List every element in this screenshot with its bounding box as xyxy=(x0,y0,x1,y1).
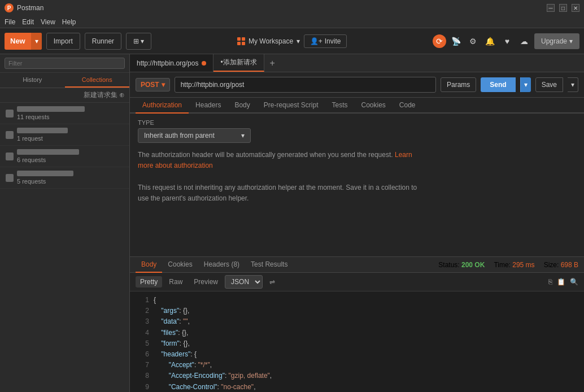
tab-authorization[interactable]: Authorization xyxy=(136,98,189,114)
resp-tab-headers[interactable]: Headers (8) xyxy=(198,257,245,273)
resp-tab-cookies[interactable]: Cookies xyxy=(162,257,198,273)
tab-history[interactable]: History xyxy=(0,73,65,88)
collection-item-2[interactable]: 1 request xyxy=(0,124,129,146)
save-button[interactable]: Save xyxy=(535,77,563,92)
save-arrow-button[interactable]: ▾ xyxy=(568,77,578,92)
wrap-icon[interactable]: ⇌ xyxy=(269,278,275,286)
request-tabs: http://httpbin.org/pos •添加新请求 + xyxy=(130,54,584,72)
code-line-6: 6 "headers": { xyxy=(136,349,578,360)
auth-type-select[interactable]: Inherit auth from parent ▾ xyxy=(138,128,251,143)
response-meta: Status: 200 OK Time: 295 ms Size: 698 B xyxy=(438,261,578,269)
code-content: 1{ 2 "args": {}, 3 "data": "", 4 "files"… xyxy=(130,291,584,392)
new-collection-label: 新建请求集 xyxy=(84,91,117,99)
auth-type-label: TYPE xyxy=(138,119,576,126)
code-line-9: 9 "Cache-Control": "no-cache", xyxy=(136,382,578,393)
filter-input[interactable] xyxy=(5,58,125,69)
tab-modified-dot xyxy=(202,61,206,66)
import-button[interactable]: Import xyxy=(46,33,80,50)
workspace-selector[interactable]: My Workspace ▾ xyxy=(237,37,300,45)
req-tab-new[interactable]: •添加新请求 xyxy=(213,54,264,72)
heart-icon[interactable]: ♥ xyxy=(500,34,514,48)
method-value: POST xyxy=(141,81,159,89)
collection-item-4[interactable]: 5 requests xyxy=(0,167,129,189)
capture-icon[interactable]: 📡 xyxy=(450,34,463,48)
auth-type-chevron: ▾ xyxy=(241,132,245,140)
method-select[interactable]: POST ▾ xyxy=(136,78,170,92)
tab-code[interactable]: Code xyxy=(393,98,422,114)
collection-name-1 xyxy=(17,106,85,112)
copy-btn[interactable]: 📋 xyxy=(557,278,565,286)
sidebar: History Collections 新建请求集 ⊕ 11 requests … xyxy=(0,54,130,392)
collection-info-4: 5 requests xyxy=(17,171,73,185)
auth-second-notice: This request is not inheriting any autho… xyxy=(138,184,417,202)
notification-icon[interactable]: 🔔 xyxy=(483,34,497,48)
response-toolbar: Pretty Raw Preview JSON ⇌ ⎘ 📋 🔍 xyxy=(130,273,584,291)
format-pretty-btn[interactable]: Pretty xyxy=(136,276,162,288)
url-input[interactable] xyxy=(175,77,436,93)
upgrade-label: Upgrade xyxy=(541,37,567,45)
collection-item-1[interactable]: 11 requests xyxy=(0,103,129,124)
titlebar-left: P Postman xyxy=(5,3,43,12)
tab-body[interactable]: Body xyxy=(228,98,256,114)
tab-collections[interactable]: Collections xyxy=(65,73,130,88)
invite-button[interactable]: 👤+ Invite xyxy=(304,34,347,48)
add-tab-button[interactable]: + xyxy=(264,54,281,72)
format-type-select[interactable]: JSON xyxy=(225,275,263,289)
req-tab-url[interactable]: http://httpbin.org/pos xyxy=(130,54,213,72)
format-raw-btn[interactable]: Raw xyxy=(164,276,187,288)
titlebar: P Postman ─ □ ✕ xyxy=(0,0,584,16)
send-button[interactable]: Send xyxy=(481,77,515,92)
main-layout: History Collections 新建请求集 ⊕ 11 requests … xyxy=(0,54,584,392)
toolbar-icons: ⟳ 📡 ⚙ 🔔 ♥ ☁ Upgrade ▾ xyxy=(433,33,579,49)
response-body-section: Pretty Raw Preview JSON ⇌ ⎘ 📋 🔍 1{ xyxy=(130,273,584,392)
upgrade-button[interactable]: Upgrade ▾ xyxy=(534,33,579,49)
collection-icon-3 xyxy=(6,153,14,160)
maximize-button[interactable]: □ xyxy=(559,4,567,12)
resp-tab-testresults[interactable]: Test Results xyxy=(245,257,293,273)
collection-item-3[interactable]: 6 requests xyxy=(0,146,129,167)
format-preview-btn[interactable]: Preview xyxy=(189,276,223,288)
tab-pre-request[interactable]: Pre-request Script xyxy=(257,98,325,114)
code-line-7: 7 "Accept": "*/*", xyxy=(136,360,578,371)
new-collection-icon: ⊕ xyxy=(119,91,125,99)
menu-file[interactable]: File xyxy=(5,18,15,26)
settings-icon[interactable]: ⚙ xyxy=(467,34,480,48)
auth-type-value: Inherit auth from parent xyxy=(144,132,215,140)
collection-name-2 xyxy=(17,128,68,133)
send-arrow-button[interactable]: ▾ xyxy=(520,77,531,92)
auth-section: TYPE Inherit auth from parent ▾ The auth… xyxy=(130,114,584,256)
size-value: 698 B xyxy=(561,261,578,269)
sync-icon[interactable]: ⟳ xyxy=(433,34,446,48)
status-ok-text: 200 OK xyxy=(461,261,485,269)
resp-tab-body[interactable]: Body xyxy=(136,257,162,273)
tab-headers[interactable]: Headers xyxy=(189,98,228,114)
new-collection-button[interactable]: 新建请求集 ⊕ xyxy=(84,90,125,100)
toolbar: New ▾ Import Runner ⊞ ▾ My Workspace ▾ 👤… xyxy=(0,28,584,54)
menu-help[interactable]: Help xyxy=(62,18,76,26)
response-size: Size: 698 B xyxy=(544,261,578,269)
search-response-icon[interactable]: 🔍 xyxy=(570,278,578,286)
new-button-arrow[interactable]: ▾ xyxy=(31,33,42,50)
layout-button[interactable]: ⊞ ▾ xyxy=(126,33,151,50)
response-status: Status: 200 OK xyxy=(438,261,485,269)
menu-view[interactable]: View xyxy=(41,18,55,26)
params-button[interactable]: Params xyxy=(441,77,476,92)
menu-edit[interactable]: Edit xyxy=(22,18,34,26)
workspace-grid-icon xyxy=(237,37,245,45)
menubar: File Edit View Help xyxy=(0,16,584,28)
response-tabs: Body Cookies Headers (8) Test Results St… xyxy=(130,257,584,273)
collection-icon-1 xyxy=(6,110,14,117)
new-button[interactable]: New ▾ xyxy=(5,33,42,50)
invite-label: Invite xyxy=(325,37,341,45)
tab-cookies[interactable]: Cookies xyxy=(354,98,392,114)
close-button[interactable]: ✕ xyxy=(572,4,579,12)
titlebar-controls[interactable]: ─ □ ✕ xyxy=(547,4,579,12)
runner-button[interactable]: Runner xyxy=(85,33,121,50)
tab-tests[interactable]: Tests xyxy=(325,98,354,114)
req-tab-url-text: http://httpbin.org/pos xyxy=(137,59,198,67)
cloud-icon[interactable]: ☁ xyxy=(517,34,531,48)
minimize-button[interactable]: ─ xyxy=(547,4,555,12)
code-line-2: 2 "args": {}, xyxy=(136,306,578,316)
copy-icon[interactable]: ⎘ xyxy=(548,278,552,286)
invite-icon: 👤+ xyxy=(310,37,322,45)
